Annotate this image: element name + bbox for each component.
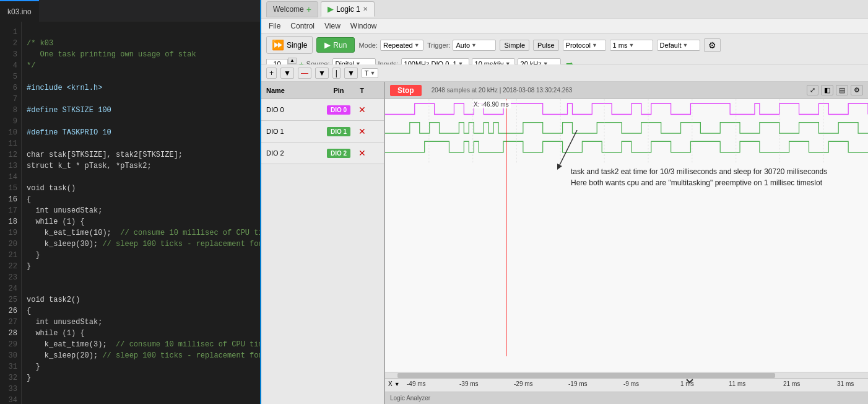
default-dropdown[interactable]: Default ▼	[657, 40, 700, 51]
play-icon: ▶	[328, 4, 334, 14]
waveform-header: Stop 2048 samples at 20 kHz | 2018-03-08…	[385, 82, 868, 99]
settings-button[interactable]: ⚙	[704, 38, 721, 52]
default-dropdown-arrow: ▼	[682, 42, 688, 48]
protocol-dropdown[interactable]: Protocol ▼	[563, 40, 606, 51]
signal-pin-badge-dio0: DIO 0	[327, 105, 350, 115]
run-button[interactable]: ▶ Run	[316, 37, 355, 53]
logic-panel: Welcome + ▶ Logic 1 ✕ File Control View …	[260, 0, 868, 404]
menu-window[interactable]: Window	[345, 20, 382, 32]
tab-logic1-label: Logic 1	[336, 5, 360, 14]
annotation-text-2: Here both wants cpu and are "multitaskin…	[571, 178, 827, 187]
single-label: Single	[287, 41, 307, 50]
signal-name-dio2: DIO 2	[261, 149, 323, 157]
tab-logic1[interactable]: ▶ Logic 1 ✕	[321, 1, 375, 17]
waveform-canvas[interactable]: X: -46.90 ms task and task2	[385, 99, 868, 372]
menu-control[interactable]: Control	[285, 20, 319, 32]
time-tick-minus9: -9 ms	[623, 380, 639, 387]
mode-dropdown-arrow: ▼	[414, 42, 420, 48]
mode-group: Mode: Repeated ▼	[358, 40, 423, 51]
signal-row-dio0[interactable]: DIO 0 DIO 0 ✕	[261, 99, 384, 121]
cursor-btn[interactable]: |	[332, 68, 341, 79]
svg-line-0	[558, 130, 577, 167]
line-numbers: 1 2 3 4 5 6 7 8 9 10 11 12 13 14 15 16 1…	[0, 22, 22, 404]
pulse-button[interactable]: Pulse	[533, 40, 559, 51]
time-tick-11: 11 ms	[729, 380, 745, 387]
scrollbar-thumb[interactable]	[397, 373, 775, 378]
chevron-down-btn3[interactable]: ▼	[344, 68, 358, 79]
signal-remove-dio1[interactable]: ✕	[358, 126, 366, 136]
status-bar: Logic Analyzer	[385, 392, 868, 404]
menu-view[interactable]: View	[319, 20, 345, 32]
single-icon: ⏩	[272, 39, 284, 51]
chevron-down-btn2[interactable]: ▼	[315, 68, 329, 79]
signal-pin-badge-dio1: DIO 1	[327, 127, 350, 136]
tab-welcome-label: Welcome	[273, 5, 304, 14]
t-dropdown[interactable]: T ▼	[362, 68, 379, 78]
tab-logic1-close-icon[interactable]: ✕	[363, 6, 368, 12]
waveform-info: 2048 samples at 20 kHz | 2018-03-08 13:3…	[432, 87, 573, 94]
logic-tab-bar: Welcome + ▶ Logic 1 ✕	[261, 0, 868, 19]
time-tick-minus19: -19 ms	[568, 380, 588, 387]
x-axis-label: X ▼	[388, 380, 400, 387]
mode-label: Mode:	[358, 42, 378, 49]
signal-list: Name Pin T DIO 0 DIO 0 ✕ DIO 1	[261, 82, 385, 404]
signal-pin-dio1: DIO 1	[323, 127, 354, 136]
t-dropdown-arrow: ▼	[370, 70, 376, 76]
chevron-down-btn[interactable]: ▼	[280, 68, 294, 79]
protocol-dropdown-arrow: ▼	[592, 42, 597, 48]
trigger-dropdown[interactable]: Auto ▼	[453, 40, 496, 51]
mode-value: Repeated	[383, 42, 413, 49]
signal-remove-dio0[interactable]: ✕	[358, 105, 366, 115]
waveform-icons: ⤢ ◧ ▤ ⚙	[807, 85, 863, 95]
editor-tab-bar: k03.ino	[0, 0, 260, 22]
protocol-value: Protocol	[566, 42, 591, 49]
interval-dropdown[interactable]: 1 ms ▼	[610, 40, 653, 51]
default-value: Default	[660, 42, 682, 49]
spin-up[interactable]: ▲	[288, 58, 297, 64]
toolbar2: + ▼ — ▼ | ▼ T ▼	[261, 64, 868, 82]
mode-dropdown[interactable]: Repeated ▼	[380, 40, 423, 51]
remove-btn[interactable]: —	[298, 68, 311, 79]
waveform-area: Stop 2048 samples at 20 kHz | 2018-03-08…	[385, 82, 868, 404]
signal-pin-badge-dio2: DIO 2	[327, 149, 350, 158]
annotation-text-1: task and task2 eat time for 10/3 millise…	[571, 167, 827, 176]
editor-tab-label: k03.ino	[7, 7, 32, 16]
stop-button[interactable]: Stop	[390, 85, 422, 96]
menu-bar: File Control View Window	[261, 19, 868, 33]
status-text: Logic Analyzer	[390, 395, 430, 402]
signal-pin-dio2: DIO 2	[323, 149, 354, 158]
tab-welcome[interactable]: Welcome +	[266, 1, 318, 17]
annotation-arrow-svg	[552, 130, 602, 180]
add-channel-button[interactable]: +	[266, 68, 277, 79]
x-label: X	[388, 380, 393, 387]
trigger-label: Trigger:	[427, 42, 451, 49]
signal-row-dio2[interactable]: DIO 2 DIO 2 ✕	[261, 143, 384, 164]
settings-wf-button[interactable]: ⚙	[851, 85, 863, 95]
single-button[interactable]: ⏩ Single	[266, 36, 313, 54]
trigger-dropdown-arrow: ▼	[471, 42, 477, 48]
time-tick-minus49: -49 ms	[407, 380, 426, 387]
signal-t-dio1: ✕	[354, 126, 370, 136]
code-editor: k03.ino 1 2 3 4 5 6 7 8 9 10 11 12 13 14…	[0, 0, 260, 404]
waveform-svg	[385, 99, 868, 164]
menu-file[interactable]: File	[264, 20, 285, 32]
run-icon: ▶	[324, 40, 331, 50]
zoom-out-button[interactable]: ▤	[836, 85, 848, 95]
signal-row-dio1[interactable]: DIO 1 DIO 1 ✕	[261, 121, 384, 143]
tab-add-icon[interactable]: +	[306, 4, 311, 14]
horizontal-scrollbar[interactable]	[385, 372, 868, 378]
signal-pin-dio0: DIO 0	[323, 105, 354, 115]
editor-tab[interactable]: k03.ino	[0, 0, 39, 22]
trigger-group: Trigger: Auto ▼	[427, 40, 497, 51]
simple-button[interactable]: Simple	[500, 40, 529, 51]
interval-value: 1 ms	[613, 42, 628, 49]
zoom-fit-button[interactable]: ⤢	[807, 85, 818, 95]
x-dropdown-icon[interactable]: ▼	[394, 381, 400, 387]
zoom-in-button[interactable]: ◧	[821, 85, 833, 95]
signal-t-dio2: ✕	[354, 148, 370, 158]
signal-remove-dio2[interactable]: ✕	[358, 148, 366, 158]
time-tick-minus39: -39 ms	[459, 380, 479, 387]
time-tick-1: 1 ms	[680, 380, 694, 387]
t-label: T	[365, 69, 369, 77]
code-content[interactable]: /* k03 One task printing own usage of st…	[22, 22, 260, 404]
